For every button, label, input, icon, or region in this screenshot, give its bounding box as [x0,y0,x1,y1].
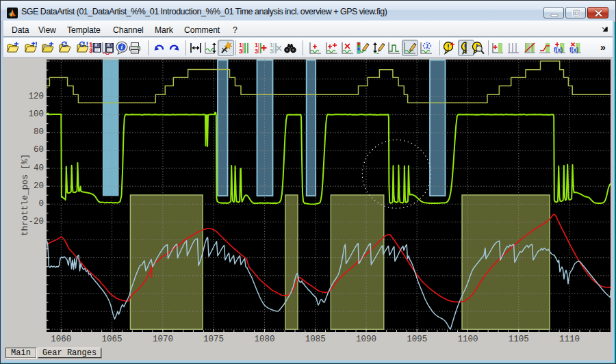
svg-text:f(x): f(x) [569,47,578,53]
svg-text:f(x): f(x) [554,47,563,53]
svg-text:3: 3 [255,48,258,55]
svg-text:i: i [121,43,123,51]
svg-text:3: 3 [426,42,429,49]
svg-text:3: 3 [270,48,273,55]
svg-text:3: 3 [239,48,242,55]
svg-text:3: 3 [89,47,92,54]
